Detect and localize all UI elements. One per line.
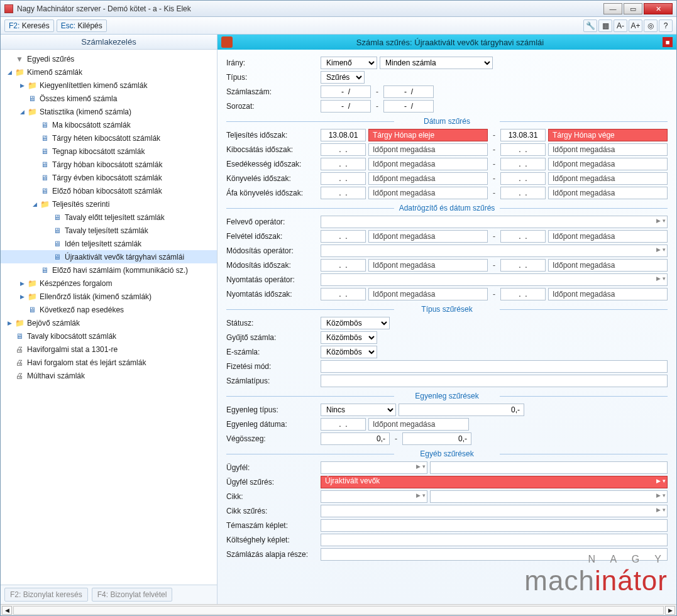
date-desc[interactable]: Időpont megadása: [368, 259, 488, 272]
egyenleg-tipus-select[interactable]: Nincs: [321, 404, 396, 416]
date-input[interactable]: [321, 259, 366, 272]
irany-select[interactable]: Kimenő: [321, 57, 377, 69]
date-input[interactable]: [321, 143, 366, 156]
date-desc[interactable]: Időpont megadása: [548, 187, 668, 199]
szamlatipus-field[interactable]: [321, 375, 668, 387]
ugyfel-szures-field[interactable]: Újraktivált vevők ▶ ▾: [321, 476, 668, 488]
statusz-select[interactable]: Közömbös: [321, 317, 390, 329]
tree-item[interactable]: ▶🖥Ma kibocsátott számlák: [1, 118, 217, 131]
target-icon[interactable]: ◎: [644, 19, 658, 32]
tree-item[interactable]: ◢📁Statisztika (kimenő számla): [1, 105, 217, 118]
teljesites-to-desc[interactable]: Tárgy Hónap vége: [548, 129, 668, 141]
modositas-op-field[interactable]: ▶ ▾: [321, 245, 668, 257]
tree-item[interactable]: ▶📁Kiegyenlítettlen kimenő számlák: [1, 79, 217, 92]
tree-item[interactable]: ▶🖨Haviforgalmi stat a 1301-re: [1, 343, 217, 356]
cikk-field-1[interactable]: ▶ ▾: [321, 490, 427, 503]
tree-item[interactable]: ▶🖨Múlthavi számlák: [1, 369, 217, 382]
date-desc[interactable]: Időpont megadása: [548, 158, 668, 170]
scroll-right-icon[interactable]: ▶: [665, 606, 675, 615]
date-desc[interactable]: Időpont megadása: [548, 143, 668, 156]
tree-item[interactable]: ▶🖥Újraaktivált vevők tárgyhavi számlái: [1, 250, 217, 263]
tree[interactable]: ▶▼Egyedi szűrés◢📁Kimenő számlák▶📁Kiegyen…: [1, 50, 217, 585]
twisty-closed-icon[interactable]: ▶: [18, 293, 26, 300]
tree-item[interactable]: ▶🖥Összes kimenő számla: [1, 92, 217, 105]
date-input[interactable]: [321, 187, 366, 199]
tree-item[interactable]: ▶🖥Tavaly teljesített számlák: [1, 224, 217, 237]
irany2-select[interactable]: Minden számla: [380, 57, 493, 69]
date-input[interactable]: [500, 288, 546, 300]
tree-item[interactable]: ▶🖥Előző havi számláim (kommunikáció sz.): [1, 263, 217, 277]
date-input[interactable]: [500, 172, 546, 185]
tree-item[interactable]: ▶🖥Idén teljesített számlák: [1, 237, 217, 250]
date-desc[interactable]: Időpont megadása: [368, 172, 488, 185]
date-input[interactable]: [500, 187, 546, 199]
tree-item[interactable]: ▶🖨Havi forgalom stat és lejárt számlák: [1, 356, 217, 369]
date-input[interactable]: [321, 288, 366, 300]
sorozat-from[interactable]: [321, 100, 371, 113]
nyomtatas-op-field[interactable]: ▶ ▾: [321, 273, 668, 286]
tree-item[interactable]: ▶🖥Tárgy hóban kibocsátott számlák: [1, 158, 217, 171]
scroll-left-icon[interactable]: ◀: [2, 606, 12, 615]
close-button[interactable]: ✕: [644, 3, 673, 14]
tree-item[interactable]: ◢📁Teljesítés szerinti: [1, 197, 217, 211]
vegosszeg-to[interactable]: [402, 432, 471, 445]
twisty-open-icon[interactable]: ◢: [31, 201, 38, 208]
szamlaszam-to[interactable]: [383, 85, 434, 98]
twisty-open-icon[interactable]: ◢: [18, 108, 26, 116]
ugyfel-field-1[interactable]: ▶ ▾: [321, 461, 427, 474]
egyenleg-date[interactable]: [321, 418, 366, 431]
date-desc[interactable]: Időpont megadása: [368, 288, 488, 300]
date-input[interactable]: [500, 158, 546, 170]
scroll-track[interactable]: [13, 606, 664, 615]
tree-item[interactable]: ▶🖥Következő nap esedékes: [1, 303, 217, 316]
font-larger-icon[interactable]: A+: [629, 19, 642, 32]
tree-item[interactable]: ▶🖥Tegnap kibocsátott számlák: [1, 145, 217, 158]
grid-icon[interactable]: ▦: [598, 19, 612, 32]
date-desc[interactable]: Időpont megadása: [548, 259, 668, 272]
twisty-open-icon[interactable]: ◢: [6, 69, 13, 76]
cikk-szures-field[interactable]: ▶ ▾: [321, 505, 668, 517]
twisty-closed-icon[interactable]: ▶: [18, 82, 26, 89]
right-close-icon[interactable]: ■: [663, 37, 673, 47]
wrench-icon[interactable]: 🔧: [583, 19, 597, 32]
temaszam-field[interactable]: [321, 519, 668, 532]
help-icon[interactable]: ?: [659, 19, 673, 32]
date-input[interactable]: [500, 259, 546, 272]
vegosszeg-from[interactable]: [321, 432, 390, 445]
tree-item[interactable]: ▶🖥Előző hóban kibocsátott számlák: [1, 184, 217, 197]
twisty-closed-icon[interactable]: ▶: [6, 319, 13, 327]
tree-item[interactable]: ▶📁Készpénzes forgalom: [1, 277, 217, 290]
date-input[interactable]: [321, 172, 366, 185]
maximize-button[interactable]: ▭: [624, 3, 642, 14]
egyenleg-date-desc[interactable]: Időpont megadása: [368, 418, 469, 431]
doc-search-button[interactable]: F2: Bizonylat keresés: [4, 588, 88, 602]
date-desc[interactable]: Időpont megadása: [368, 143, 488, 156]
tree-item[interactable]: ▶🖥Tárgy héten kibocsátott számlák: [1, 131, 217, 145]
szamlazas-alapja-field[interactable]: [321, 548, 668, 561]
date-input[interactable]: [321, 158, 366, 170]
tree-item[interactable]: ▶🖥Tavaly kibocsátott számlák: [1, 329, 217, 343]
date-desc[interactable]: Időpont megadása: [548, 230, 668, 243]
tree-item[interactable]: ▶📁Ellenőrző listák (kimenő számlák): [1, 290, 217, 303]
date-input[interactable]: [321, 230, 366, 243]
tree-item[interactable]: ◢📁Kimenő számlák: [1, 65, 217, 79]
date-desc[interactable]: Időpont megadása: [368, 158, 488, 170]
sorozat-to[interactable]: [383, 100, 434, 113]
cikk-field-2[interactable]: ▶ ▾: [430, 490, 668, 503]
felvevo-field[interactable]: ▶ ▾: [321, 216, 668, 228]
tree-item[interactable]: ▶📁Bejövő számlák: [1, 316, 217, 329]
date-desc[interactable]: Időpont megadása: [368, 187, 488, 199]
minimize-button[interactable]: —: [603, 3, 622, 14]
teljesites-to-date[interactable]: [500, 129, 546, 141]
tree-item[interactable]: ▶▼Egyedi szűrés: [1, 52, 217, 65]
gyujto-select[interactable]: Közömbös: [321, 331, 377, 344]
date-desc[interactable]: Időpont megadása: [368, 230, 488, 243]
eszamla-select[interactable]: Közömbös: [321, 346, 377, 358]
exit-button[interactable]: Esc: Kilépés: [57, 19, 107, 32]
tipus-select[interactable]: Szűrés: [321, 71, 365, 84]
font-smaller-icon[interactable]: A-: [614, 19, 627, 32]
tree-item[interactable]: ▶🖥Tárgy évben kibocsátott számlák: [1, 171, 217, 184]
fizmod-field[interactable]: [321, 360, 668, 373]
twisty-closed-icon[interactable]: ▶: [18, 280, 26, 287]
egyenleg-amount[interactable]: [399, 404, 524, 416]
